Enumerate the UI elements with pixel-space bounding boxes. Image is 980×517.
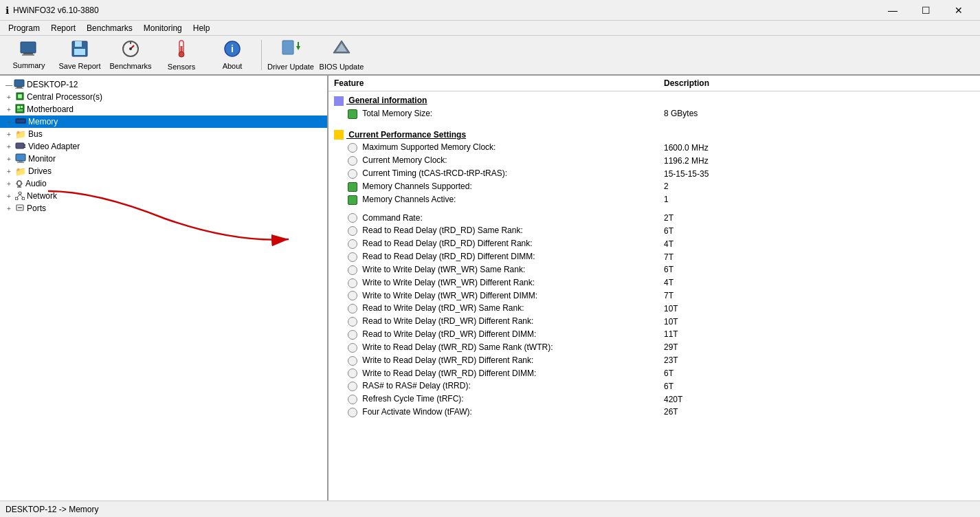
feature-w2r-sr: Write to Read Delay (tWR_RD) Same Rank (…	[362, 342, 553, 352]
save-report-button[interactable]: Save Report	[55, 38, 104, 72]
feature-trrd: RAS# to RAS# Delay (tRRD):	[362, 381, 470, 390]
svg-point-52	[18, 207, 19, 208]
menu-monitoring[interactable]: Monitoring	[138, 22, 188, 34]
feature-table: Feature Description General information …	[328, 76, 980, 419]
network-label: Network	[27, 191, 57, 201]
tree-item-root[interactable]: — DESKTOP-12	[0, 78, 327, 91]
cpu-icon	[15, 91, 25, 103]
tree-item-ports[interactable]: + Ports	[0, 202, 327, 214]
table-row: Write to Write Delay (tWR_WR) Different …	[328, 276, 980, 289]
tree-item-video[interactable]: + Video Adapter	[0, 140, 327, 153]
svg-rect-1	[23, 53, 33, 54]
bios-update-button[interactable]: BIOS Update	[317, 38, 366, 72]
expand-network[interactable]: +	[4, 192, 14, 200]
feature-w2r-dd: Write to Read Delay (tWR_RD) Different D…	[362, 368, 536, 378]
svg-rect-38	[16, 154, 25, 161]
sensors-button[interactable]: Sensors	[157, 38, 206, 72]
feature-r2w-sr: Read to Write Delay (tRD_WR) Same Rank:	[362, 303, 524, 313]
menu-benchmarks[interactable]: Benchmarks	[81, 22, 138, 34]
section-perf: Current Performance Settings	[328, 126, 980, 142]
menu-help[interactable]: Help	[188, 22, 216, 34]
expand-cpu[interactable]: +	[4, 94, 14, 101]
col-feature: Feature	[328, 76, 658, 91]
tree-item-memory[interactable]: + Memory	[0, 116, 327, 128]
row-icon-r2r-dr	[348, 239, 357, 249]
spacer-2	[328, 206, 980, 212]
bios-update-label: BIOS Update	[320, 63, 364, 71]
toolbar: Summary Save Report Benchmarks	[0, 36, 980, 76]
svg-rect-34	[23, 118, 23, 120]
table-row: Current Timing (tCAS-tRCD-tRP-tRAS): 15-…	[328, 167, 980, 180]
bios-update-icon	[332, 39, 351, 61]
tree-item-cpu[interactable]: + Central Processor(s)	[0, 91, 327, 103]
tree-panel: — DESKTOP-12 + Central Processor(	[0, 76, 328, 500]
close-button[interactable]: ✕	[943, 0, 975, 21]
feature-r2r-dr: Read to Read Delay (tRD_RD) Different Ra…	[362, 239, 532, 248]
table-row: Read to Write Delay (tRD_WR) Different R…	[328, 315, 980, 328]
expand-audio[interactable]: +	[4, 180, 14, 188]
memory-label: Memory	[28, 117, 58, 126]
menu-bar: Program Report Benchmarks Monitoring Hel…	[0, 21, 980, 36]
table-row: Maximum Supported Memory Clock: 1600.0 M…	[328, 141, 980, 154]
maximize-button[interactable]: ☐	[910, 0, 942, 21]
video-icon	[15, 142, 26, 152]
expand-bus[interactable]: +	[4, 131, 14, 138]
summary-button[interactable]: Summary	[4, 38, 54, 72]
table-row: Write to Write Delay (tWR_WR) Different …	[328, 289, 980, 302]
svg-rect-40	[17, 162, 24, 163]
feature-r2w-dr: Read to Write Delay (tRD_WR) Different R…	[362, 316, 533, 326]
video-label: Video Adapter	[28, 142, 80, 151]
feature-r2r-sr: Read to Read Delay (tRD_RD) Same Rank:	[362, 226, 522, 235]
svg-point-46	[19, 192, 21, 195]
expand-root[interactable]: —	[4, 81, 14, 89]
svg-rect-4	[75, 41, 82, 47]
value-curclock: 1196.2 MHz	[658, 154, 980, 167]
table-row: Total Memory Size: 8 GBytes	[328, 107, 980, 120]
table-row: Read to Write Delay (tRD_WR) Different D…	[328, 328, 980, 341]
tree-item-audio[interactable]: + Audio	[0, 177, 327, 190]
row-icon-w2w-dr	[348, 278, 357, 288]
section-icon-perf	[334, 130, 344, 140]
expand-monitor[interactable]: +	[4, 155, 14, 163]
value-w2r-sr: 29T	[658, 341, 980, 354]
svg-text:i: i	[231, 43, 234, 54]
tree-item-monitor[interactable]: + Monitor	[0, 153, 327, 165]
tree-item-drives[interactable]: + 📁 Drives	[0, 165, 327, 177]
section-general-label: General information	[348, 96, 427, 105]
expand-video[interactable]: +	[4, 143, 14, 151]
value-chact: 1	[658, 193, 980, 206]
feature-curclock: Current Memory Clock:	[362, 155, 447, 165]
bus-icon: 📁	[15, 129, 26, 140]
expand-drives[interactable]: +	[4, 168, 14, 175]
tree-item-bus[interactable]: + 📁 Bus	[0, 128, 327, 140]
benchmarks-button[interactable]: Benchmarks	[106, 38, 155, 72]
table-row: RAS# to RAS# Delay (tRRD): 6T	[328, 380, 980, 393]
tree-item-network[interactable]: + Network	[0, 190, 327, 202]
menu-report[interactable]: Report	[45, 22, 81, 34]
expand-memory[interactable]: +	[4, 118, 14, 126]
value-r2w-sr: 10T	[658, 302, 980, 315]
row-icon-r2r-dd	[348, 252, 357, 262]
table-row: Read to Read Delay (tRD_RD) Different Ra…	[328, 237, 980, 250]
tree-item-mobo[interactable]: + Motherboard	[0, 103, 327, 116]
svg-rect-15	[282, 41, 293, 54]
table-row: Read to Write Delay (tRD_WR) Same Rank: …	[328, 302, 980, 315]
minimize-button[interactable]: —	[877, 0, 909, 21]
table-row: Memory Channels Active: 1	[328, 193, 980, 206]
svg-line-50	[20, 195, 23, 197]
row-icon-r2w-dd	[348, 330, 357, 340]
about-button[interactable]: i About	[208, 38, 257, 72]
expand-mobo[interactable]: +	[4, 106, 14, 113]
table-row: Current Memory Clock: 1196.2 MHz	[328, 154, 980, 167]
value-trfc: 420T	[658, 393, 980, 406]
content-panel: Feature Description General information …	[328, 76, 980, 500]
feature-w2w-dd: Write to Write Delay (tWR_WR) Different …	[362, 291, 537, 300]
driver-update-button[interactable]: Driver Update	[266, 38, 315, 72]
main-area: — DESKTOP-12 + Central Processor(	[0, 76, 980, 500]
value-memsize: 8 GBytes	[658, 107, 980, 120]
memory-icon	[15, 117, 26, 126]
row-icon-cmdrate	[348, 213, 357, 223]
expand-ports[interactable]: +	[4, 205, 14, 212]
svg-point-48	[22, 197, 25, 200]
menu-program[interactable]: Program	[3, 22, 45, 34]
